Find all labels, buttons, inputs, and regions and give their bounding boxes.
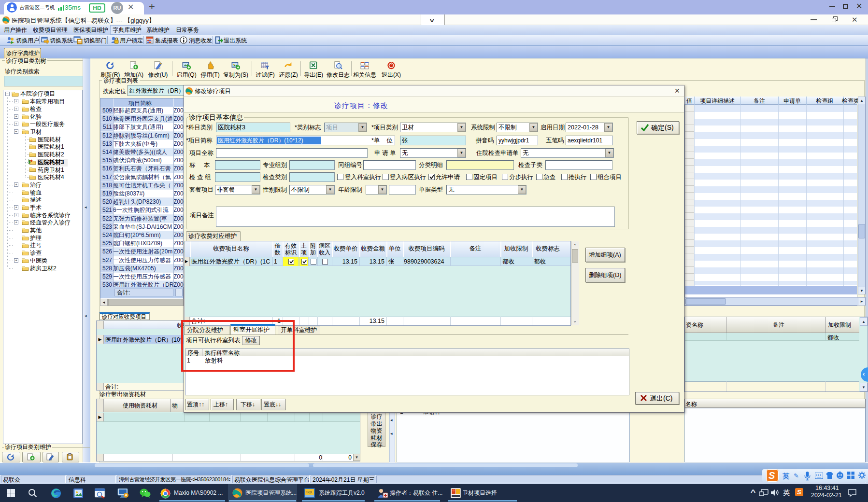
svg-text:SQL: SQL bbox=[306, 490, 313, 494]
